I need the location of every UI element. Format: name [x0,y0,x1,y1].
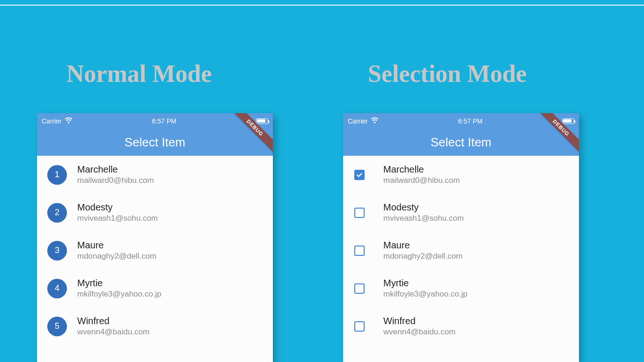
phone-selection-mode: Carrier 6:57 PM Select Item DEBUG Marche… [343,113,579,362]
app-bar: Select Item [37,129,273,156]
item-email: wvenn4@baidu.com [77,327,149,337]
clock-label: 6:57 PM [458,117,483,125]
app-bar-title: Select Item [431,135,491,150]
item-name: Maure [383,240,462,251]
item-email: mailward0@hibu.com [77,176,154,185]
battery-icon [562,118,574,124]
checkbox[interactable] [354,283,365,294]
list-item[interactable]: Winfred wvenn4@baidu.com [343,307,579,345]
item-email: mkilfoyle3@yahoo.co.jp [383,290,468,299]
list-item[interactable]: 1 Marchelle mailward0@hibu.com [37,156,273,194]
heading-selection-mode: Selection Mode [368,60,527,87]
item-name: Modesty [77,202,158,213]
item-name: Myrtie [77,278,161,289]
wifi-icon [65,117,73,125]
list-item[interactable]: 2 Modesty mviveash1@sohu.com [37,194,273,232]
item-name: Myrtie [383,278,468,289]
list-item[interactable]: 3 Maure mdonaghy2@dell.com [37,232,273,269]
item-email: mviveash1@sohu.com [77,214,158,223]
phone-normal-mode: Carrier 6:57 PM Select Item DEBUG 1 Marc… [37,113,273,362]
divider-line [0,5,644,6]
item-email: mkilfoyle3@yahoo.co.jp [77,290,161,299]
carrier-label: Carrier [348,117,368,125]
item-name: Winfred [77,316,149,326]
status-bar: Carrier 6:57 PM [343,113,579,129]
heading-normal-mode: Normal Mode [66,60,212,87]
items-list[interactable]: Marchelle mailward0@hibu.com Modesty mvi… [343,156,579,345]
battery-icon [256,118,268,124]
clock-label: 6:57 PM [152,117,176,125]
item-name: Marchelle [383,164,460,175]
avatar-index: 1 [47,165,67,185]
avatar-index: 4 [47,279,67,298]
list-item[interactable]: 5 Winfred wvenn4@baidu.com [37,307,273,345]
checkbox[interactable] [354,208,365,218]
item-email: mdonaghy2@dell.com [383,252,462,261]
list-item[interactable]: Myrtie mkilfoyle3@yahoo.co.jp [343,269,579,307]
checkbox[interactable] [354,321,365,332]
item-email: mailward0@hibu.com [383,176,460,185]
wifi-icon [371,117,379,125]
avatar-index: 5 [47,317,67,336]
item-email: wvenn4@baidu.com [383,327,455,337]
app-bar-title: Select Item [124,135,185,150]
list-item[interactable]: 4 Myrtie mkilfoyle3@yahoo.co.jp [37,269,273,307]
list-item[interactable]: Maure mdonaghy2@dell.com [343,232,579,269]
checkbox[interactable] [354,170,365,180]
check-icon [356,171,363,179]
items-list[interactable]: 1 Marchelle mailward0@hibu.com 2 Modesty… [37,156,273,345]
item-name: Marchelle [77,164,154,175]
list-item[interactable]: Marchelle mailward0@hibu.com [343,156,579,194]
avatar-index: 2 [47,203,67,223]
item-name: Maure [77,240,156,251]
item-email: mviveash1@sohu.com [383,214,464,223]
item-email: mdonaghy2@dell.com [77,252,156,261]
avatar-index: 3 [47,241,67,261]
checkbox[interactable] [354,246,365,256]
status-bar: Carrier 6:57 PM [37,113,273,129]
carrier-label: Carrier [42,117,62,125]
app-bar: Select Item [343,129,579,156]
item-name: Modesty [383,202,464,213]
list-item[interactable]: Modesty mviveash1@sohu.com [343,194,579,232]
item-name: Winfred [383,316,455,326]
